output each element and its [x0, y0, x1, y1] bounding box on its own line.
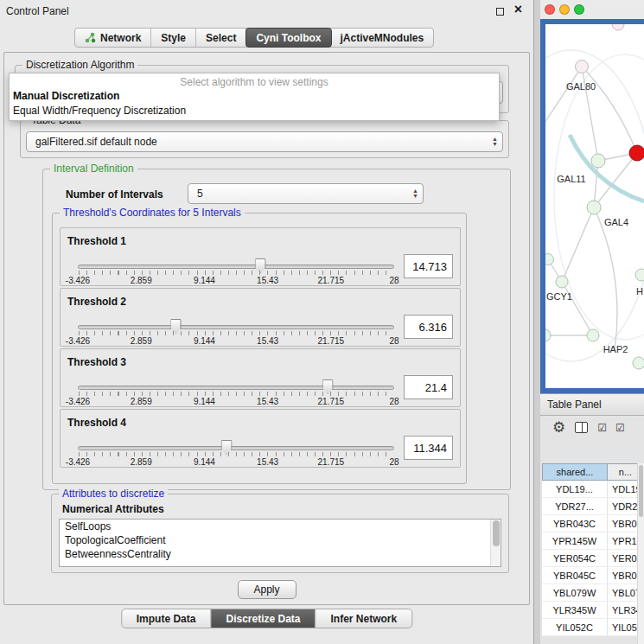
table-cell[interactable]: YIL052C: [542, 619, 608, 635]
table-row[interactable]: YIL052CYIL052C: [542, 619, 644, 636]
tab-jactivemodules[interactable]: jActiveMNodules: [331, 29, 434, 47]
table-cell[interactable]: YDL19...: [542, 481, 608, 497]
network-node[interactable]: [635, 269, 644, 281]
table-cell[interactable]: YER054C: [542, 550, 608, 566]
slider-ticks: [79, 331, 393, 335]
table-row[interactable]: YDR27...YDR27...: [542, 498, 644, 515]
threshold-label: Threshold 4: [67, 417, 126, 429]
table-row[interactable]: YDL19...YDL19...: [542, 481, 644, 498]
table-row[interactable]: YBL079WYBL079W: [542, 584, 644, 602]
threshold-3-block: Threshold 3 -3.4262.8599.14415.4321.7152…: [60, 348, 461, 407]
slider-track[interactable]: [78, 265, 394, 269]
combo-arrows-icon: ▲▼: [412, 188, 418, 199]
table-data-group: Table Data galFiltered.sif default node …: [20, 120, 509, 158]
node-label-gal4: GAL4: [604, 217, 628, 227]
minimize-traffic-icon[interactable]: [559, 4, 570, 15]
slider-scale: -3.4262.8599.14415.4321.71528: [78, 336, 394, 346]
network-canvas[interactable]: GAL80 GAL11 GAL4 GCY1 HAP2 H: [545, 24, 644, 388]
tab-label: Network: [100, 32, 141, 44]
list-item[interactable]: SelfLoops: [60, 520, 501, 533]
list-item[interactable]: BetweennessCentrality: [60, 547, 501, 561]
tab-impute-data[interactable]: Impute Data: [122, 609, 212, 628]
list-scrollbar[interactable]: [490, 520, 501, 566]
network-node-gal4[interactable]: [587, 201, 601, 214]
table-row[interactable]: YBR043CYBR043C: [542, 515, 644, 532]
tab-select[interactable]: Select: [196, 29, 246, 47]
select-all-check-icon[interactable]: ☑: [597, 423, 606, 433]
tab-style[interactable]: Style: [151, 29, 196, 47]
close-traffic-icon[interactable]: [545, 4, 555, 15]
scrollbar-thumb[interactable]: [493, 520, 500, 546]
column-header-shared-name[interactable]: shared...: [542, 463, 608, 481]
tab-label: Style: [161, 32, 186, 44]
threshold-value-field[interactable]: 21.4: [404, 375, 453, 399]
thresholds-group: Threshold's Coordinates for 5 Intervals …: [52, 213, 467, 484]
network-node[interactable]: [545, 329, 551, 341]
network-node-gcy1[interactable]: [556, 276, 568, 288]
table-scrollbar[interactable]: [637, 463, 644, 644]
network-node-selected-red[interactable]: [629, 145, 644, 161]
network-node[interactable]: [612, 24, 624, 30]
network-view-frame: GAL80 GAL11 GAL4 GCY1 HAP2 H: [540, 19, 644, 393]
table-header-row: shared... n...: [542, 463, 644, 481]
network-node-gal80[interactable]: [576, 61, 589, 73]
slider-track[interactable]: [78, 446, 394, 450]
dropdown-option-manual-discretization[interactable]: Manual Discretization: [10, 89, 499, 104]
select-none-check-icon[interactable]: ☑: [615, 423, 624, 433]
table-row[interactable]: YLR345WYLR345W: [542, 602, 644, 619]
table-data-combobox[interactable]: galFiltered.sif default node ▲▼: [26, 131, 503, 152]
window-traffic-lights: [545, 4, 584, 15]
threshold-value-field[interactable]: 14.713: [404, 254, 453, 278]
network-node[interactable]: [633, 357, 644, 369]
tab-label: jActiveMNodules: [341, 32, 424, 44]
scrollbar-thumb[interactable]: [639, 465, 643, 517]
slider-track[interactable]: [78, 386, 394, 390]
threshold-value-field[interactable]: 6.316: [404, 315, 453, 339]
tab-cyni-toolbox[interactable]: Cyni Toolbox: [245, 28, 331, 48]
table-cell[interactable]: YPR145W: [542, 532, 608, 549]
threshold-1-slider[interactable]: -3.4262.8599.14415.4321.71528: [78, 258, 394, 285]
network-node-gal11[interactable]: [591, 154, 605, 168]
tab-infer-network[interactable]: Infer Network: [316, 609, 412, 628]
threshold-4-slider[interactable]: -3.4262.8599.14415.4321.71528: [78, 439, 394, 467]
algorithm-dropdown-popup: Select algorithm to view settings Manual…: [9, 73, 500, 121]
slider-ticks: [79, 452, 393, 456]
screen: Control Panel × Network Style Select Cyn…: [0, 0, 644, 644]
table-cell[interactable]: YBR045C: [542, 567, 608, 583]
close-icon[interactable]: ×: [514, 2, 522, 17]
dropdown-option-equal-width[interactable]: Equal Width/Frequency Discretization: [10, 104, 499, 118]
table-cell[interactable]: YBR043C: [542, 515, 608, 532]
table-row[interactable]: YPR145WYPR145W: [542, 532, 644, 550]
float-window-icon[interactable]: [496, 8, 504, 16]
network-node-hap2[interactable]: [587, 329, 599, 341]
slider-ticks: [79, 392, 393, 396]
threshold-value-field[interactable]: 11.344: [404, 436, 453, 460]
window-title: Control Panel: [6, 5, 69, 17]
table-cell[interactable]: YBL079W: [542, 584, 608, 601]
group-title: Attributes to discretize: [59, 488, 168, 500]
columns-icon[interactable]: [575, 422, 588, 433]
table-cell[interactable]: YDR27...: [542, 498, 608, 514]
slider-scale: -3.4262.8599.14415.4321.71528: [78, 457, 394, 467]
node-label-gal11: GAL11: [557, 174, 585, 184]
gear-icon[interactable]: ⚙: [552, 420, 565, 435]
numerical-attributes-list[interactable]: SelfLoops TopologicalCoefficient Between…: [59, 519, 501, 567]
slider-scale: -3.4262.8599.14415.4321.71528: [78, 276, 394, 285]
table-row[interactable]: YBR045CYBR045C: [542, 567, 644, 584]
threshold-3-slider[interactable]: -3.4262.8599.14415.4321.71528: [78, 379, 394, 406]
table-row[interactable]: YER054CYER054C: [542, 550, 644, 567]
zoom-traffic-icon[interactable]: [574, 4, 584, 15]
list-item[interactable]: TopologicalCoefficient: [60, 533, 501, 547]
table-cell[interactable]: YLR345W: [542, 602, 608, 618]
apply-button[interactable]: Apply: [238, 580, 296, 599]
cyni-panel: Discretization Algorithm ▲▼ Table Data g…: [3, 52, 530, 605]
tab-network[interactable]: Network: [75, 29, 151, 47]
tab-discretize-data[interactable]: Discretize Data: [211, 609, 316, 628]
table-toolbar: ⚙ ☑ ☑: [552, 420, 624, 435]
attributes-group: Attributes to discretize Numerical Attri…: [51, 494, 509, 573]
slider-track[interactable]: [78, 325, 394, 329]
number-of-intervals-combobox[interactable]: 5 ▲▼: [188, 183, 424, 204]
threshold-2-slider[interactable]: -3.4262.8599.14415.4321.71528: [78, 318, 394, 346]
group-title: Threshold's Coordinates for 5 Intervals: [60, 207, 245, 219]
network-node[interactable]: [545, 254, 554, 265]
